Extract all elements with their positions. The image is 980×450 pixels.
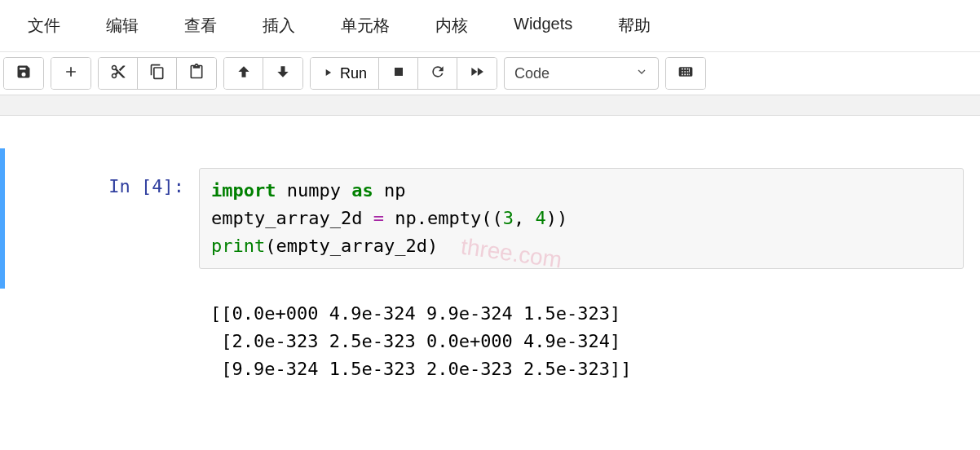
run-label: Run — [340, 65, 367, 82]
menu-kernel[interactable]: 内核 — [413, 8, 491, 43]
arrow-down-icon — [275, 64, 291, 84]
paste-icon — [188, 64, 205, 84]
plus-icon — [63, 64, 79, 84]
cut-button[interactable] — [99, 58, 138, 89]
paste-button[interactable] — [177, 58, 216, 89]
separator-band — [0, 95, 980, 116]
add-cell-button[interactable] — [51, 58, 90, 89]
move-down-button[interactable] — [263, 58, 302, 89]
cell-output: [[0.0e+000 4.9e-324 9.9e-324 1.5e-323] [… — [199, 289, 964, 383]
arrow-up-icon — [236, 64, 252, 84]
code-text: (empty_array_2d) — [265, 236, 438, 256]
restart-icon — [430, 64, 446, 84]
menu-help[interactable]: 帮助 — [595, 8, 673, 43]
move-up-button[interactable] — [224, 58, 263, 89]
num-literal: 3 — [503, 208, 514, 228]
kw-import: import — [211, 180, 276, 201]
menu-view[interactable]: 查看 — [161, 8, 240, 43]
code-text: np.empty(( — [384, 208, 503, 228]
fast-forward-icon — [469, 64, 485, 84]
op-equals: = — [373, 208, 384, 228]
input-prompt: In [4]: — [5, 168, 199, 269]
code-cell[interactable]: In [4]: import numpy as np empty_array_2… — [0, 148, 980, 289]
code-text: empty_array_2d — [211, 208, 373, 228]
kw-as: as — [351, 180, 373, 201]
run-button[interactable]: Run — [311, 58, 379, 89]
menu-edit[interactable]: 编辑 — [83, 8, 161, 43]
restart-button[interactable] — [418, 58, 457, 89]
save-icon — [15, 64, 32, 84]
code-text: numpy — [276, 180, 351, 201]
interrupt-button[interactable] — [379, 58, 418, 89]
code-text: np — [373, 180, 406, 201]
menu-cell[interactable]: 单元格 — [318, 8, 413, 43]
code-input[interactable]: import numpy as np empty_array_2d = np.e… — [199, 168, 964, 269]
play-icon — [322, 65, 333, 82]
restart-run-all-button[interactable] — [457, 58, 497, 89]
celltype-select[interactable]: Code — [504, 57, 659, 90]
command-palette-button[interactable] — [666, 58, 705, 89]
toolbar: Run Code — [0, 51, 980, 95]
menubar: 文件 编辑 查看 插入 单元格 内核 Widgets 帮助 — [0, 0, 980, 51]
output-row: [[0.0e+000 4.9e-324 9.9e-324 1.5e-323] [… — [0, 289, 980, 383]
code-text: )) — [546, 208, 568, 228]
code-text: , — [514, 208, 536, 228]
menu-widgets[interactable]: Widgets — [491, 8, 595, 43]
copy-button[interactable] — [138, 58, 177, 89]
chevron-down-icon — [635, 65, 648, 82]
keyboard-icon — [678, 64, 694, 84]
scissors-icon — [110, 64, 126, 84]
menu-insert[interactable]: 插入 — [240, 8, 318, 43]
copy-icon — [149, 64, 166, 84]
menu-file[interactable]: 文件 — [5, 8, 83, 43]
num-literal: 4 — [535, 208, 545, 228]
notebook-area: In [4]: import numpy as np empty_array_2… — [0, 116, 980, 384]
stop-icon — [391, 64, 407, 84]
save-button[interactable] — [4, 58, 43, 89]
celltype-label: Code — [514, 65, 550, 82]
builtin-print: print — [211, 236, 265, 256]
